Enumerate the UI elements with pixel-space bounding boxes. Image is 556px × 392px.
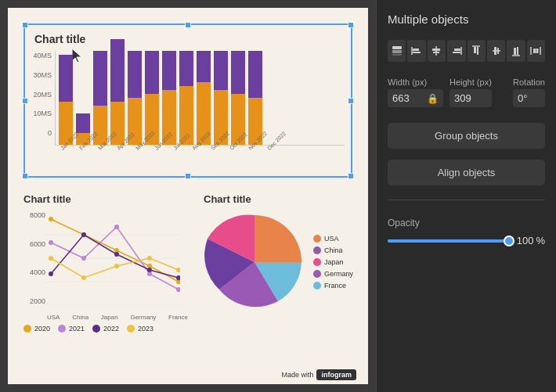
- alignment-toolbar: [388, 40, 545, 62]
- height-input[interactable]: [454, 92, 486, 104]
- legend-2022: 2022: [92, 325, 119, 333]
- selection-handle-tm[interactable]: [185, 22, 191, 28]
- selection-handle-tl[interactable]: [22, 22, 28, 28]
- svg-rect-33: [392, 54, 402, 56]
- bar-group: [248, 51, 262, 145]
- group-objects-button[interactable]: Group objects: [388, 123, 545, 149]
- selection-handle-br[interactable]: [348, 173, 354, 179]
- svg-point-27: [81, 275, 86, 280]
- bar-chart-title: Chart title: [31, 31, 345, 47]
- height-label: Height (px): [449, 77, 492, 87]
- svg-rect-31: [392, 46, 402, 49]
- y-axis: 40MS 30MS 20MS 10MS 0: [31, 52, 55, 153]
- selection-handle-bm[interactable]: [185, 173, 191, 179]
- svg-point-18: [114, 225, 119, 229]
- align-right-btn[interactable]: [447, 40, 465, 62]
- footer-text: Made with: [281, 371, 313, 379]
- bar-chart-container[interactable]: Chart title 40MS 30MS 20MS 10MS 0: [23, 23, 352, 178]
- line-chart-svg: [47, 211, 180, 305]
- legend-japan: Japan: [313, 258, 353, 266]
- stack-icon-btn[interactable]: [388, 40, 406, 62]
- opacity-unit: %: [536, 235, 545, 246]
- legend-2021: 2021: [58, 325, 85, 333]
- width-label: Width (px): [388, 77, 443, 87]
- selection-handle-bl[interactable]: [22, 173, 28, 179]
- pie-chart-title: Chart title: [204, 193, 353, 205]
- svg-rect-44: [474, 47, 476, 53]
- lock-icon: 🔒: [427, 93, 439, 104]
- width-input[interactable]: [392, 92, 424, 104]
- opacity-label: Opacity: [388, 218, 545, 228]
- opacity-number: 100: [517, 235, 534, 246]
- rotation-input[interactable]: [518, 92, 540, 104]
- svg-point-21: [49, 272, 53, 276]
- infogram-footer: Made with infogram: [281, 369, 356, 380]
- opacity-section: Opacity 100 %: [388, 218, 545, 246]
- selection-handle-tr[interactable]: [348, 22, 354, 28]
- svg-rect-54: [533, 49, 536, 53]
- svg-point-30: [176, 268, 180, 272]
- line-chart-legend: 2020 2021 2022 2023: [23, 325, 188, 333]
- opacity-slider-thumb[interactable]: [504, 236, 514, 246]
- height-group: Height (px): [449, 77, 492, 107]
- rotation-group: Rotation: [513, 77, 545, 107]
- line-y-labels: 8000 6000 4000 2000: [23, 211, 45, 305]
- svg-point-25: [176, 275, 180, 280]
- opacity-slider-fill: [388, 239, 509, 243]
- svg-point-17: [81, 256, 86, 261]
- right-panel: Multiple objects: [376, 0, 556, 392]
- divider: [388, 200, 545, 200]
- rotation-label: Rotation: [513, 77, 545, 87]
- line-chart-title: Chart title: [23, 193, 188, 205]
- svg-rect-42: [453, 52, 460, 53]
- align-middle-btn[interactable]: [487, 40, 505, 62]
- svg-rect-47: [494, 47, 496, 55]
- svg-point-11: [49, 217, 53, 221]
- x-axis-labels: Jan 2022 Feb 2022 Mar 2022 Apr 2022 May …: [55, 147, 345, 153]
- height-input-wrap: [449, 89, 492, 107]
- line-chart-section: Chart title 8000 6000 4000 2000: [23, 193, 188, 333]
- width-group: Width (px) 🔒: [388, 77, 443, 107]
- dimensions-row: Width (px) 🔒 Height (px) Rotation: [388, 77, 545, 107]
- pie-chart-section: Chart title: [204, 193, 353, 333]
- canvas-content: Chart title 40MS 30MS 20MS 10MS 0: [8, 8, 368, 384]
- align-center-h-btn[interactable]: [428, 40, 446, 62]
- svg-rect-39: [433, 52, 439, 53]
- svg-rect-48: [497, 48, 499, 54]
- opacity-row: 100 %: [388, 235, 545, 246]
- pie-chart-area: USA China Japan Germany: [204, 211, 353, 313]
- line-x-labels: USA China Japan Germany France: [47, 314, 188, 321]
- svg-point-24: [147, 268, 152, 272]
- align-objects-button[interactable]: Align objects: [388, 160, 545, 185]
- bar-group: [179, 51, 193, 145]
- svg-point-16: [49, 240, 53, 245]
- svg-point-22: [81, 232, 86, 237]
- align-left-btn[interactable]: [407, 40, 425, 62]
- opacity-slider[interactable]: [388, 239, 509, 243]
- svg-point-20: [176, 287, 180, 292]
- selection-handle-ml[interactable]: [22, 98, 28, 104]
- panel-title: Multiple objects: [388, 13, 545, 26]
- svg-rect-50: [514, 48, 516, 55]
- svg-rect-32: [392, 50, 402, 53]
- align-top-btn[interactable]: [468, 40, 486, 62]
- canvas-area: Chart title 40MS 30MS 20MS 10MS 0: [0, 0, 376, 392]
- bar-group: [231, 51, 245, 145]
- rotation-input-wrap: [513, 89, 545, 107]
- bar-group: [59, 55, 73, 145]
- svg-rect-36: [413, 52, 421, 53]
- svg-point-26: [49, 256, 53, 261]
- align-bottom-btn[interactable]: [507, 40, 525, 62]
- legend-china: China: [313, 246, 353, 254]
- svg-rect-35: [413, 49, 419, 51]
- selection-handle-mr[interactable]: [348, 98, 354, 104]
- legend-2023: 2023: [127, 325, 153, 333]
- opacity-value: 100 %: [517, 235, 545, 246]
- bottom-charts: Chart title 8000 6000 4000 2000: [23, 193, 352, 333]
- svg-rect-55: [536, 49, 539, 53]
- width-input-wrap: 🔒: [388, 89, 443, 107]
- svg-point-28: [114, 264, 119, 268]
- svg-point-29: [147, 256, 152, 261]
- distribute-btn[interactable]: [527, 40, 545, 62]
- pie-chart-svg: [204, 211, 305, 313]
